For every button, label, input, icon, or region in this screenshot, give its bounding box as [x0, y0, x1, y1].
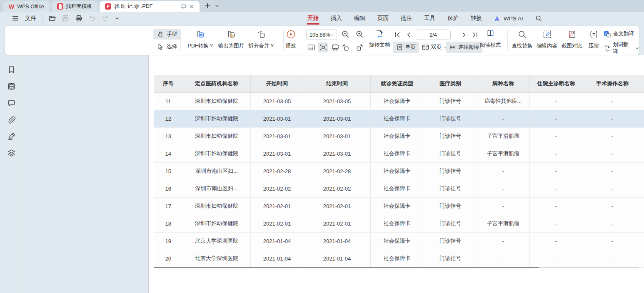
comments-icon[interactable]	[7, 99, 15, 107]
table-row[interactable]: 17 深圳市妇幼保健院 2021-02-01 2021-02-01 社会保障卡 …	[154, 197, 644, 215]
hand-tool-button[interactable]: 手型	[153, 29, 181, 40]
open-file-icon[interactable]	[48, 15, 56, 22]
cell-operation-name: -	[583, 127, 642, 145]
edit-content-pencil-icon	[542, 30, 552, 39]
table-row[interactable]: 14 深圳市妇幼保健院 2021-03-01 2021-03-01 社会保障卡 …	[154, 145, 644, 162]
zoom-out-icon[interactable]	[341, 30, 350, 39]
table-row[interactable]: 20 北京大学深圳医院 2021-01-04 2021-01-04 社会保障卡 …	[154, 250, 644, 267]
rotate-right-icon[interactable]	[355, 43, 364, 52]
reading-mode-button[interactable]: 阅读模式	[477, 29, 503, 49]
pdf-convert-button[interactable]: PDF转换 ˅	[184, 30, 217, 50]
menu-tab-protect[interactable]: 保护	[447, 12, 459, 25]
table-row[interactable]: 16 深圳市南山区妇... 2021-02-02 2021-02-02 社会保障…	[154, 180, 644, 197]
export-as-image-button[interactable]: 输出为图片	[212, 30, 250, 50]
table-row[interactable]: 15 深圳市南山区妇... 2021-02-28 2021-02-28 社会保障…	[154, 162, 644, 180]
table-header-row: 序号 定点医药机构名称 开始时间 结束时间 就诊凭证类型 医疗类别 病种名称 住…	[154, 75, 644, 92]
table-row[interactable]: 12 深圳市妇幼保健院 2021-03-01 2021-03-01 社会保障卡 …	[154, 110, 644, 127]
cell-end-time: 2021-02-01	[304, 215, 370, 232]
reading-mode-book-icon	[486, 29, 495, 38]
menu-tab-comment[interactable]: 批注	[401, 12, 412, 25]
zoom-in-icon[interactable]	[355, 30, 364, 39]
cell-operation-name: -	[583, 250, 642, 267]
fit-width-button[interactable]	[330, 42, 340, 52]
menu-tab-convert[interactable]: 转换	[471, 12, 482, 25]
table-row[interactable]: 13 深圳市妇幼保健院 2021-03-01 2021-03-01 社会保障卡 …	[154, 127, 644, 145]
table-row[interactable]: 11 深圳市妇幼保健院 2021-03-05 2021-03-05 社会保障卡 …	[154, 92, 644, 110]
search-icon[interactable]	[535, 15, 542, 22]
split-merge-button[interactable]: 拆分合并 ˅	[245, 30, 277, 50]
cell-institution: 深圳市妇幼保健院	[183, 215, 250, 232]
actual-size-button[interactable]: 1:1	[306, 42, 316, 52]
cursor-icon	[157, 43, 164, 50]
col-header-seq: 序号	[154, 75, 183, 92]
rotate-document-button[interactable]: 旋转文档	[367, 29, 392, 49]
page-thumbnails-icon[interactable]	[7, 82, 15, 90]
redo-icon[interactable]	[102, 15, 109, 22]
tab-wps-office[interactable]: W WPS Office	[3, 1, 50, 12]
compress-button[interactable]: 压缩	[585, 30, 602, 50]
continuous-reading-button[interactable]: 连续阅读	[446, 42, 482, 53]
col-header-start-time: 开始时间	[250, 75, 304, 92]
zoom-level-select[interactable]: 105.88%	[306, 30, 337, 40]
next-page-button[interactable]	[460, 31, 467, 38]
word-translation-button[interactable]: xA 划词翻译	[604, 41, 639, 55]
play-slideshow-button[interactable]: 播放	[282, 30, 300, 50]
split-merge-icon	[257, 30, 266, 39]
menu-tab-edit[interactable]: 编辑	[354, 12, 365, 25]
cell-seq: 18	[154, 215, 183, 232]
cell-operation-name: -	[583, 92, 642, 110]
full-translation-button[interactable]: A 全文翻译	[604, 30, 639, 37]
tab-list-chevron-icon[interactable]	[215, 4, 219, 8]
undo-icon[interactable]	[88, 15, 96, 22]
cell-disease-name: 子宫平滑肌瘤	[477, 215, 529, 232]
screenshot-compare-button[interactable]: 截图对比	[560, 30, 584, 50]
cell-medical-category: 门诊挂号	[424, 215, 477, 232]
hamburger-menu-icon[interactable]	[12, 15, 19, 22]
find-replace-button[interactable]: 查找替换	[510, 30, 534, 50]
save-icon[interactable]	[62, 15, 69, 22]
tab-document-active[interactable]: P 就 医 记 录 .PDF	[100, 1, 200, 12]
tab-docer-templates[interactable]: 找稻壳模板	[52, 1, 98, 12]
edit-content-button[interactable]: 编辑内容	[535, 30, 559, 50]
cell-end-time: 2021-02-28	[304, 162, 370, 180]
select-tool-button[interactable]: 选择	[153, 41, 181, 52]
present-to-screen-icon[interactable]	[180, 4, 186, 10]
menu-tab-tools[interactable]: 工具	[424, 12, 435, 25]
cell-institution: 深圳市妇幼保健院	[183, 110, 250, 127]
print-icon[interactable]	[75, 15, 82, 22]
cell-end-time: 2021-02-01	[304, 197, 370, 215]
previous-page-button[interactable]	[405, 31, 412, 38]
layers-icon[interactable]	[7, 149, 15, 157]
cell-inpatient-diagnosis: -	[529, 145, 583, 162]
quick-access-chevron-icon[interactable]	[115, 16, 119, 20]
cell-overflow	[642, 250, 644, 267]
menu-tab-home[interactable]: 开始	[307, 12, 319, 25]
menu-tab-wps-ai[interactable]: WPS AI	[494, 12, 523, 25]
window-tab-bar: W WPS Office 找稻壳模板 P 就 医 记 录 .PDF	[0, 0, 644, 12]
cell-voucher-type: 社会保障卡	[370, 180, 424, 197]
attachments-icon[interactable]	[7, 116, 15, 124]
signature-icon[interactable]	[7, 132, 15, 140]
cell-voucher-type: 社会保障卡	[370, 232, 424, 250]
col-header-institution: 定点医药机构名称	[183, 75, 250, 92]
cell-start-time: 2021-03-01	[250, 127, 304, 145]
fit-page-button[interactable]	[318, 42, 328, 52]
close-tab-icon[interactable]	[189, 4, 194, 9]
cell-seq: 13	[154, 127, 183, 145]
table-row[interactable]: 18 深圳市妇幼保健院 2021-02-01 2021-02-01 社会保障卡 …	[154, 215, 644, 232]
bookmarks-icon[interactable]	[7, 66, 15, 74]
cell-start-time: 2021-01-04	[250, 232, 304, 250]
menu-tab-page[interactable]: 页面	[377, 12, 389, 25]
menu-tab-insert[interactable]: 插入	[331, 12, 342, 25]
cell-seq: 11	[154, 92, 183, 110]
cell-inpatient-diagnosis: -	[529, 110, 583, 127]
table-row[interactable]: 19 北京大学深圳医院 2021-01-04 2021-01-04 社会保障卡 …	[154, 232, 644, 250]
rotate-left-icon[interactable]	[342, 43, 350, 52]
wps-logo-icon: W	[9, 3, 14, 10]
page-number-input[interactable]: 2/4	[416, 30, 451, 40]
first-page-button[interactable]	[394, 31, 401, 38]
single-page-mode-button[interactable]: 单页	[393, 42, 419, 53]
file-menu-button[interactable]: 文件	[25, 15, 36, 22]
cell-start-time: 2021-03-01	[250, 145, 304, 162]
new-tab-button[interactable]	[204, 2, 211, 9]
